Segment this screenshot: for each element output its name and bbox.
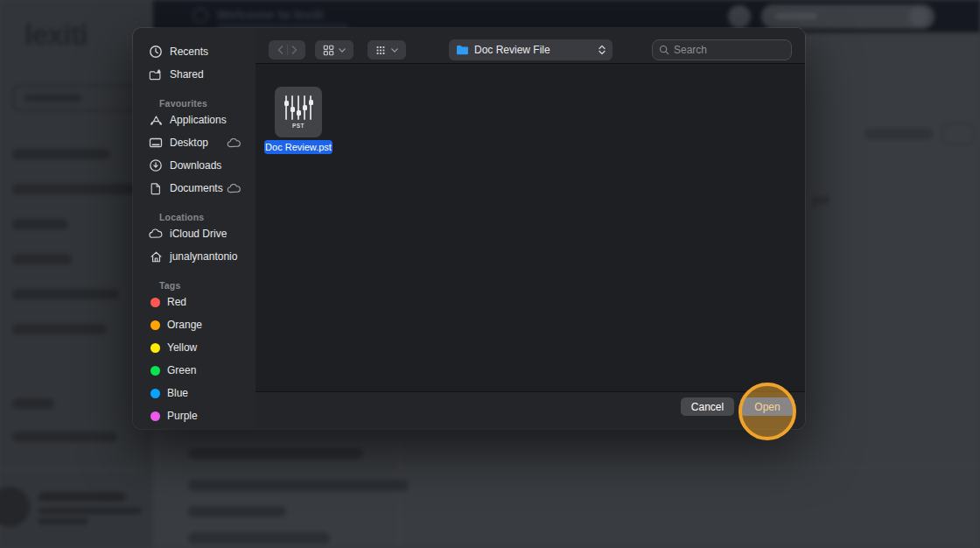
sidebar-label: Documents [170,182,223,194]
sidebar-label: Downloads [170,159,221,172]
search-icon [659,45,669,55]
tag-dot [150,298,160,307]
sidebar-label: Red [167,296,186,308]
tag-dot [150,389,160,398]
sidebar-nav-item-blur [12,149,110,159]
applications-icon [149,113,163,127]
sidebar-label: iCloud Drive [170,228,227,240]
header-app-icon [192,8,208,24]
sidebar-item-shared[interactable]: Shared [149,66,252,83]
main-divider-vertical [400,436,401,548]
selected-file-name[interactable]: Doc Review.pst [264,140,332,154]
tag-dot [150,411,160,421]
main-button-blur [864,128,933,140]
header-title: Welcome to lexiti [217,7,324,22]
main-partial-text: yet [812,193,830,207]
list-view-button[interactable] [368,40,406,60]
dialog-toolbar: Doc Review File [256,28,805,64]
sidebar-label: Recents [170,46,208,58]
sidebar-nav-item-blur [12,254,72,264]
main-list-item-blur [188,506,286,517]
list-view-icon [375,45,387,56]
sliders-glyph [285,95,312,120]
main-button-blur [942,123,975,145]
nav-back-forward-group [269,40,305,60]
forward-icon[interactable] [291,46,298,54]
sidebar-label: Desktop [170,137,208,149]
sidebar-nav-item-blur [12,398,54,409]
screen: lexiti Welcome to lexiti yet [0,0,980,548]
clock-icon [149,45,163,59]
profile-meta-blur [38,508,142,514]
sidebar-item-tag-purple[interactable]: Purple [149,407,252,425]
search-input[interactable] [674,44,770,56]
sidebar-item-applications[interactable]: Applications [149,111,252,129]
sidebar-label: Applications [170,114,227,126]
tag-dot [150,320,160,330]
app-logo: lexiti [24,18,87,52]
sidebar-label: Green [167,364,196,376]
cloud-icon [227,184,242,193]
profile-meta-blur [38,518,88,524]
sidebar-label: Yellow [167,341,197,354]
sidebar-item-documents[interactable]: Documents [149,179,252,197]
file-icon-pst[interactable]: PST [275,87,322,137]
file-type-badge: PST [292,123,304,129]
dialog-sidebar: Recents Shared Favourites Applications [133,28,256,429]
app-search-button [909,7,928,26]
sidebar-item-tag-green[interactable]: Green [149,362,252,379]
sidebar-item-recents[interactable]: Recents [149,43,252,60]
sidebar-nav-item-blur [12,432,117,442]
sidebar-nav-item-blur [12,324,107,334]
profile-name-blur [38,492,126,502]
open-file-dialog: Recents Shared Favourites Applications [133,28,805,429]
sidebar-item-user-home[interactable]: junalynantonio [149,248,252,265]
shared-folder-icon [149,67,163,81]
chevron-down-icon [391,48,398,53]
sidebar-nav-item-blur [12,289,119,299]
dialog-search-field[interactable] [652,39,792,60]
app-search-placeholder-blur [775,13,817,19]
main-list-item-blur [188,480,409,491]
sidebar-label: Orange [167,319,202,331]
sidebar-item-tag-blue[interactable]: Blue [149,384,252,402]
dialog-file-area[interactable]: PST Doc Review.pst [256,64,805,391]
icloud-icon [149,227,163,241]
sidebar-item-downloads[interactable]: Downloads [149,157,252,174]
grid-view-icon [323,45,334,56]
main-divider-horizontal [400,467,980,467]
sidebar-nav-item-blur [12,184,140,194]
sidebar-label: Shared [170,68,204,81]
cloud-icon [227,138,242,148]
downloads-icon [149,158,163,172]
documents-icon [149,181,163,195]
back-icon[interactable] [277,46,284,54]
sidebar-item-tag-red[interactable]: Red [149,293,252,311]
section-title-tags: Tags [159,280,181,291]
folder-dropdown[interactable]: Doc Review File [449,39,612,60]
highlight-circle-annotation [738,383,796,440]
sidebar-nav-item-blur [12,219,68,229]
folder-icon [456,45,469,55]
select-chevrons-icon [598,45,606,55]
chevron-down-icon [339,48,346,53]
sidebar-item-tag-orange[interactable]: Orange [149,316,252,334]
sidebar-divider [0,469,142,470]
dialog-footer: Cancel Open [256,391,805,429]
tag-dot [150,343,160,353]
sidebar-item-icloud-drive[interactable]: iCloud Drive [149,225,252,242]
home-icon [149,249,163,263]
sidebar-label: Blue [167,387,188,399]
sidebar-label: Purple [167,410,198,422]
main-list-item-blur [188,448,363,460]
cancel-button[interactable]: Cancel [681,397,734,416]
tag-dot [150,366,160,376]
sidebar-item-desktop[interactable]: Desktop [149,134,252,151]
sidebar-label: junalynantonio [170,250,237,263]
avatar [728,5,751,28]
nav-separator [287,45,288,55]
icon-view-button[interactable] [315,40,354,60]
sidebar-item-tag-yellow[interactable]: Yellow [149,339,252,356]
sidebar-search-placeholder-blur [24,95,82,102]
desktop-icon [149,136,163,150]
